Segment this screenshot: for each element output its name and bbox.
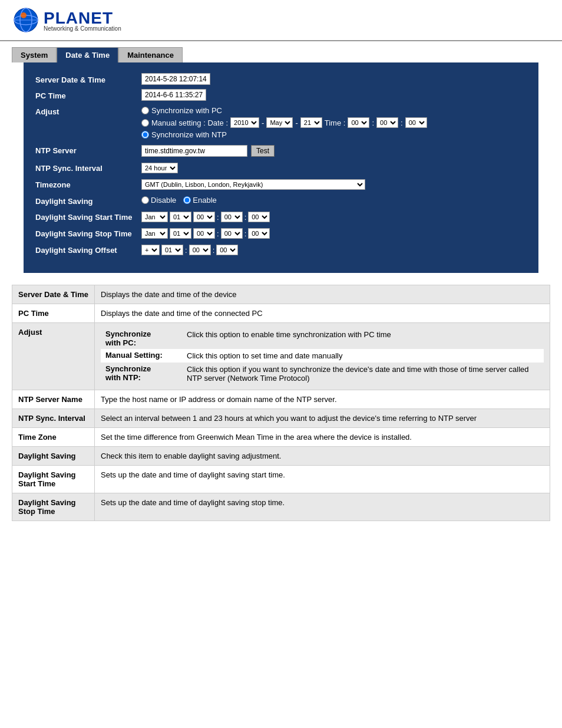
radio-manual[interactable] [141, 119, 149, 127]
ds-stop-hour-select[interactable]: 00061218 [193, 228, 215, 239]
daylight-saving-row: Daylight Saving Disable Enable [35, 196, 527, 206]
adjust-sub-sync-pc: Synchronizewith PC: Click this option to… [101, 328, 544, 349]
ntp-server-input[interactable] [141, 145, 247, 157]
ds-start-sec-select[interactable]: 0030 [248, 212, 270, 222]
sep7: : [217, 229, 219, 238]
ds-enable-label: Enable [193, 196, 216, 205]
manual-year-select[interactable]: 20102011201220132014 [230, 117, 259, 128]
desc-ntp-server-label: NTP Server Name [12, 390, 95, 409]
sep6: : [244, 213, 247, 222]
ds-offset-row: Daylight Saving Offset +- 000102 : 00153… [35, 245, 527, 255]
ds-offset-min-select[interactable]: 00153045 [189, 245, 211, 255]
sync-pc-label: Synchronize with PC [151, 106, 222, 115]
ds-start-hour-select[interactable]: 00061218 [193, 212, 215, 222]
ntp-interval-select[interactable]: 1 hour2 hour6 hour12 hour 24 hour [141, 163, 178, 173]
server-date-time-value: 2014-5-28 12:07:14 [141, 74, 527, 83]
ds-stop-day-select[interactable]: 010205101520253031 [170, 228, 191, 239]
radio-ds-enable[interactable] [183, 196, 191, 204]
desc-ds-stop: Daylight SavingStop Time Sets up the dat… [12, 493, 550, 521]
manual-month-select[interactable]: JanFebMarApr MayJunJulAug SepOctNovDec [266, 117, 293, 128]
pc-time-row: PC Time 2014-6-6 11:35:27 [35, 90, 527, 100]
ds-offset-sign-select[interactable]: +- [141, 245, 160, 255]
desc-adjust-label: Adjust [12, 323, 95, 390]
sep2: - [295, 118, 297, 127]
ds-start-min-select[interactable]: 00153045 [221, 212, 243, 222]
server-date-time-label: Server Date & Time [35, 74, 141, 84]
adjust-manual-sub-label: Manual Setting: [101, 349, 183, 363]
config-panel: Server Date & Time 2014-5-28 12:07:14 PC… [24, 62, 538, 273]
pc-time-value: 2014-6-6 11:35:27 [141, 90, 527, 99]
desc-ntp-interval-text: Select an interval between 1 and 23 hour… [95, 409, 550, 428]
ntp-interval-value: 1 hour2 hour6 hour12 hour 24 hour [141, 163, 527, 173]
brand-name: PLANET [44, 9, 113, 27]
ds-start-label: Daylight Saving Start Time [35, 212, 141, 222]
ds-stop-label: Daylight Saving Stop Time [35, 228, 141, 238]
desc-adjust-content: Synchronizewith PC: Click this option to… [95, 323, 550, 390]
pc-time-label: PC Time [35, 90, 141, 100]
desc-server-date-time-label: Server Date & Time [12, 285, 95, 304]
nav-bar: System Date & Time Maintenance Server Da… [0, 41, 562, 273]
radio-sync-pc[interactable] [141, 107, 149, 114]
adjust-sync-ntp-sub-text: Click this option if you want to synchro… [183, 363, 544, 385]
adjust-options: Synchronize with PC Manual setting : Dat… [141, 106, 527, 139]
planet-logo-icon [12, 6, 40, 34]
ds-start-day-select[interactable]: 010205101520253031 [170, 212, 191, 222]
timezone-row: Timezone GMT (Dublin, Lisbon, London, Re… [35, 179, 527, 190]
radio-sync-ntp[interactable] [141, 131, 149, 139]
server-date-time-display: 2014-5-28 12:07:14 [141, 73, 210, 85]
manual-day-select[interactable]: 01020510152021253031 [300, 117, 322, 128]
daylight-saving-options: Disable Enable [141, 196, 527, 205]
time-label: Time : [325, 118, 346, 127]
sync-ntp-label: Synchronize with NTP [151, 130, 227, 139]
manual-hour-select[interactable]: 000106121823 [348, 117, 369, 128]
ntp-server-label: NTP Server [35, 145, 141, 155]
ds-stop-min-select[interactable]: 00153045 [221, 228, 243, 239]
sep9: : [185, 246, 187, 255]
tab-system[interactable]: System [12, 47, 57, 62]
desc-server-date-time-text: Displays the date and time of the device [95, 285, 550, 304]
ds-start-month-select[interactable]: JanFebMarAprMayJunJulAugSepOctNovDec [141, 212, 168, 222]
timezone-label: Timezone [35, 179, 141, 189]
ds-offset-hour-select[interactable]: 000102 [161, 245, 183, 255]
ds-stop-month-select[interactable]: JanFebMarAprMayJunJulAugSepOctNovDec [141, 228, 168, 239]
adjust-sync-pc-sub-label: Synchronizewith PC: [101, 328, 183, 349]
desc-daylight-saving: Daylight Saving Check this item to enabl… [12, 447, 550, 466]
desc-timezone-label: Time Zone [12, 428, 95, 447]
sep8: : [244, 229, 247, 238]
adjust-sub-table: Synchronizewith PC: Click this option to… [101, 328, 544, 385]
server-date-time-row: Server Date & Time 2014-5-28 12:07:14 [35, 74, 527, 84]
sep3: : [372, 118, 374, 127]
ds-stop-value: JanFebMarAprMayJunJulAugSepOctNovDec 010… [141, 228, 527, 239]
desc-ds-text: Check this item to enable daylight savin… [95, 447, 550, 466]
ds-stop-sec-select[interactable]: 0030 [248, 228, 270, 239]
manual-sec-select[interactable]: 0030 [405, 117, 427, 128]
brand-sub: Networking & Communication [44, 25, 121, 32]
adjust-label: Adjust [35, 106, 141, 116]
ntp-interval-label: NTP Sync. Interval [35, 163, 141, 173]
adjust-sync-ntp-sub-label: Synchronizewith NTP: [101, 363, 183, 385]
desc-server-date-time: Server Date & Time Displays the date and… [12, 285, 550, 304]
manual-label: Manual setting : Date : [151, 118, 228, 127]
desc-pc-time-text: Displays the date and time of the connec… [95, 304, 550, 323]
tab-maintenance[interactable]: Maintenance [118, 47, 183, 62]
ntp-server-value: Test [141, 145, 527, 157]
timezone-select[interactable]: GMT (Dublin, Lisbon, London, Reykjavik) … [141, 179, 365, 190]
ds-start-row: Daylight Saving Start Time JanFebMarAprM… [35, 212, 527, 222]
adjust-manual-sub-text: Click this option to set time and date m… [183, 349, 544, 363]
desc-ds-start: Daylight SavingStart Time Sets up the da… [12, 466, 550, 493]
sep5: : [217, 213, 219, 222]
ds-offset-sec-select[interactable]: 0030 [216, 245, 238, 255]
ntp-interval-row: NTP Sync. Interval 1 hour2 hour6 hour12 … [35, 163, 527, 173]
desc-pc-time-label: PC Time [12, 304, 95, 323]
manual-min-select[interactable]: 00153045 [376, 117, 398, 128]
tab-date-time[interactable]: Date & Time [57, 47, 118, 62]
radio-ds-disable[interactable] [141, 196, 149, 204]
ds-offset-label: Daylight Saving Offset [35, 245, 141, 255]
ds-offset-value: +- 000102 : 00153045 : 0030 [141, 245, 527, 255]
desc-ds-label: Daylight Saving [12, 447, 95, 466]
sep4: : [401, 118, 403, 127]
adjust-sub-sync-ntp: Synchronizewith NTP: Click this option i… [101, 363, 544, 385]
ntp-server-row: NTP Server Test [35, 145, 527, 157]
ds-disable-label: Disable [151, 196, 176, 205]
ntp-test-button[interactable]: Test [251, 145, 275, 157]
